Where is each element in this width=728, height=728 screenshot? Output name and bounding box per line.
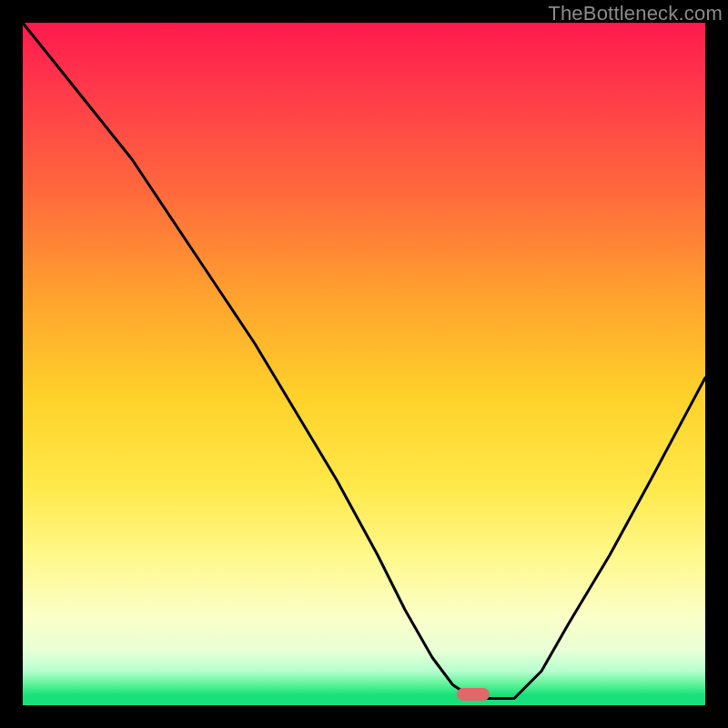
- plot-area: [23, 23, 705, 705]
- curve-path: [23, 23, 705, 699]
- chart-frame: TheBottleneck.com: [0, 0, 728, 728]
- minimum-marker: [457, 688, 490, 701]
- bottleneck-curve: [23, 23, 705, 705]
